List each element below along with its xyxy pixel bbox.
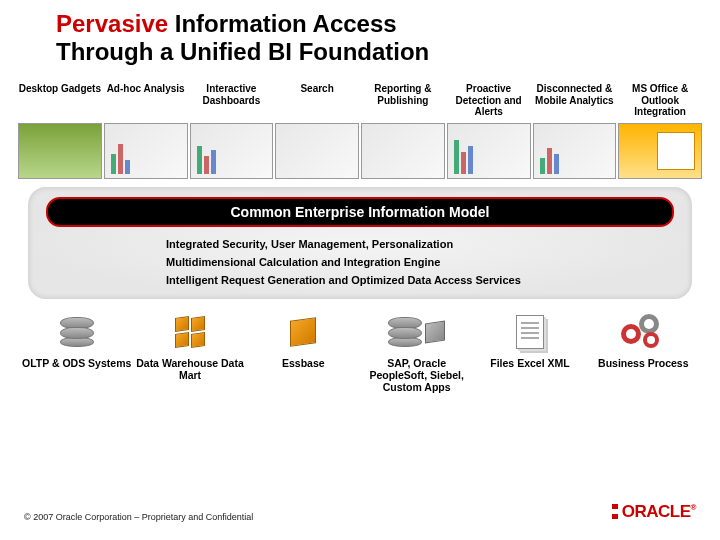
model-bar: Common Enterprise Information Model — [46, 197, 674, 227]
copyright-text: © 2007 Oracle Corporation – Proprietary … — [24, 512, 253, 522]
source-label: Files Excel XML — [473, 357, 586, 369]
source-item: Essbase — [247, 311, 360, 393]
model-container: Common Enterprise Information Model Inte… — [28, 187, 692, 299]
title-highlight: Pervasive — [56, 10, 168, 37]
database-icon — [20, 311, 133, 353]
cap-cell: Desktop Gadgets — [18, 83, 102, 121]
source-label: Business Process — [587, 357, 700, 369]
cap-cell: Search — [275, 83, 359, 121]
source-item: Data Warehouse Data Mart — [133, 311, 246, 393]
source-item: Files Excel XML — [473, 311, 586, 393]
logo-main: ORACLE — [622, 502, 691, 521]
source-item: OLTP & ODS Systems — [20, 311, 133, 393]
source-label: OLTP & ODS Systems — [20, 357, 133, 369]
title-rest1: Information Access — [168, 10, 397, 37]
cubes-icon — [133, 311, 246, 353]
database-cube-icon — [360, 311, 473, 353]
document-icon — [473, 311, 586, 353]
thumbnail-row — [18, 123, 702, 179]
sources-row: OLTP & ODS Systems Data Warehouse Data M… — [20, 311, 700, 393]
source-item: Business Process — [587, 311, 700, 393]
logo-reg: ® — [691, 503, 696, 512]
capability-row: Desktop Gadgets Ad-hoc Analysis Interact… — [18, 83, 702, 121]
gear-icon — [587, 311, 700, 353]
service-line: Multidimensional Calculation and Integra… — [46, 253, 674, 271]
cap-cell: MS Office & Outlook Integration — [618, 83, 702, 121]
source-label: SAP, Oracle PeopleSoft, Siebel, Custom A… — [360, 357, 473, 393]
cap-cell: Ad-hoc Analysis — [104, 83, 188, 121]
cube-icon — [247, 311, 360, 353]
source-label: Essbase — [247, 357, 360, 369]
thumb-gadgets-icon — [18, 123, 102, 179]
thumb-adhoc-icon — [104, 123, 188, 179]
thumb-reporting-icon — [361, 123, 445, 179]
oracle-logo: ORACLE® — [612, 502, 696, 522]
source-label: Data Warehouse Data Mart — [133, 357, 246, 381]
thumb-mobile-icon — [533, 123, 617, 179]
cap-cell: Interactive Dashboards — [190, 83, 274, 121]
source-item: SAP, Oracle PeopleSoft, Siebel, Custom A… — [360, 311, 473, 393]
footer: © 2007 Oracle Corporation – Proprietary … — [0, 502, 720, 522]
cap-cell: Reporting & Publishing — [361, 83, 445, 121]
thumb-dashboards-icon — [190, 123, 274, 179]
cap-cell: Disconnected & Mobile Analytics — [533, 83, 617, 121]
cap-cell: Proactive Detection and Alerts — [447, 83, 531, 121]
service-line: Intelligent Request Generation and Optim… — [46, 271, 674, 289]
thumb-alerts-icon — [447, 123, 531, 179]
thumb-office-icon — [618, 123, 702, 179]
thumb-search-icon — [275, 123, 359, 179]
service-line: Integrated Security, User Management, Pe… — [46, 235, 674, 253]
title-line2: Through a Unified BI Foundation — [56, 38, 429, 65]
slide-title: Pervasive Information Access Through a U… — [0, 0, 720, 65]
